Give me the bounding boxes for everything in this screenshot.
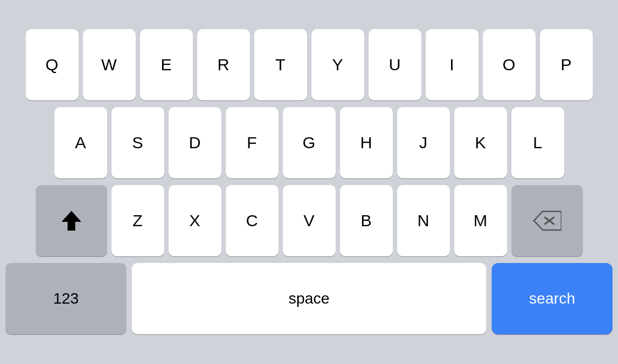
- key-s[interactable]: S: [112, 107, 164, 178]
- key-b[interactable]: B: [340, 185, 393, 256]
- key-y[interactable]: Y: [311, 29, 364, 100]
- key-search[interactable]: search: [492, 263, 613, 334]
- key-u[interactable]: U: [369, 29, 421, 100]
- key-p[interactable]: P: [540, 29, 593, 100]
- key-numeric[interactable]: 123: [5, 263, 126, 334]
- keyboard: Q W E R T Y U I O P A S D F G H J K L Z …: [0, 0, 618, 364]
- key-o[interactable]: O: [483, 29, 536, 100]
- key-i[interactable]: I: [426, 29, 478, 100]
- key-r[interactable]: R: [197, 29, 250, 100]
- key-m[interactable]: M: [454, 185, 507, 256]
- key-g[interactable]: G: [283, 107, 336, 178]
- backspace-icon: [533, 210, 561, 231]
- key-c[interactable]: C: [226, 185, 279, 256]
- key-v[interactable]: V: [283, 185, 336, 256]
- key-e[interactable]: E: [140, 29, 193, 100]
- key-l[interactable]: L: [511, 107, 564, 178]
- key-n[interactable]: N: [397, 185, 450, 256]
- key-z[interactable]: Z: [112, 185, 164, 256]
- key-shift[interactable]: [36, 185, 107, 256]
- shift-icon: [60, 209, 82, 233]
- key-w[interactable]: W: [83, 29, 136, 100]
- keyboard-row-4: 123 space search: [2, 263, 616, 334]
- key-space[interactable]: space: [132, 263, 486, 334]
- key-backspace[interactable]: [511, 185, 583, 256]
- key-f[interactable]: F: [226, 107, 279, 178]
- key-k[interactable]: K: [454, 107, 507, 178]
- key-j[interactable]: J: [397, 107, 450, 178]
- key-x[interactable]: X: [169, 185, 221, 256]
- key-t[interactable]: T: [254, 29, 307, 100]
- key-d[interactable]: D: [169, 107, 221, 178]
- keyboard-row-3: Z X C V B N M: [2, 185, 616, 256]
- key-a[interactable]: A: [54, 107, 107, 178]
- keyboard-row-2: A S D F G H J K L: [2, 107, 616, 178]
- key-h[interactable]: H: [340, 107, 393, 178]
- keyboard-row-1: Q W E R T Y U I O P: [2, 29, 616, 100]
- key-q[interactable]: Q: [26, 29, 79, 100]
